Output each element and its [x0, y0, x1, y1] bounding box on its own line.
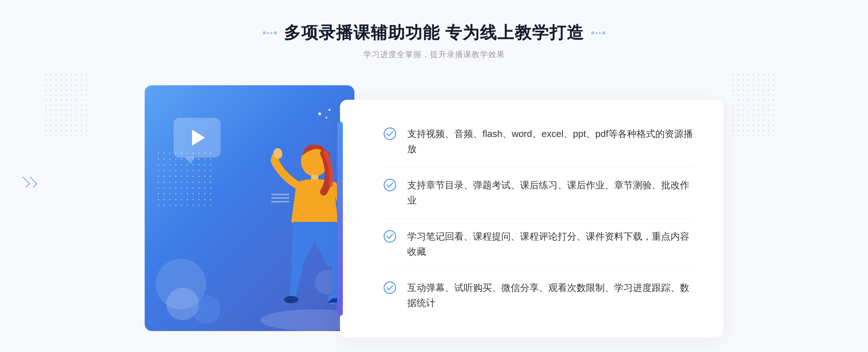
svg-point-6 — [384, 128, 396, 139]
decorator-dot — [263, 31, 266, 34]
decorator-left — [263, 31, 277, 34]
decorator-dot — [591, 31, 594, 34]
play-icon — [192, 130, 205, 146]
feature-text-3: 学习笔记回看、课程提问、课程评论打分、课件资料下载，重点内容收藏 — [407, 229, 694, 259]
decorator-dot — [599, 32, 601, 34]
illustration-card — [145, 85, 354, 331]
check-icon-2 — [383, 179, 396, 192]
header-section: 多项录播课辅助功能 专为线上教学打造 学习进度全掌握，提升录播课教学效果 — [263, 22, 605, 60]
dots-decoration-left — [43, 72, 87, 137]
dots-decoration-right — [731, 72, 774, 137]
decorator-right — [591, 31, 605, 34]
feature-item-2: 支持章节目录、弹题考试、课后练习、课后作业、章节测验、批改作业 — [383, 171, 694, 215]
sparkle-dot — [328, 109, 331, 111]
svg-point-7 — [384, 179, 396, 191]
decorator-dot — [602, 31, 605, 34]
sparkle-dot — [326, 117, 327, 119]
divider-1 — [383, 167, 694, 168]
blue-circle-deco-2 — [181, 291, 199, 309]
divider-3 — [383, 270, 694, 270]
header-decorators: 多项录播课辅助功能 专为线上教学打造 — [263, 22, 605, 44]
feature-item-3: 学习笔记回看、课程提问、课程评论打分、课件资料下载，重点内容收藏 — [383, 222, 694, 266]
features-card: 支持视频、音频、flash、word、excel、ppt、pdf等各种格式的资源… — [340, 100, 723, 338]
play-bubble — [174, 118, 221, 158]
accent-bar — [337, 121, 343, 316]
svg-point-4 — [284, 296, 298, 303]
svg-point-9 — [384, 282, 396, 293]
decorator-dot — [267, 32, 269, 34]
check-icon-3 — [383, 230, 396, 243]
main-title: 多项录播课辅助功能 专为线上教学打造 — [284, 22, 584, 44]
chevrons-decoration — [22, 177, 35, 187]
svg-point-8 — [384, 231, 396, 242]
feature-item-1: 支持视频、音频、flash、word、excel、ppt、pdf等各种格式的资源… — [383, 119, 694, 164]
main-content: 支持视频、音频、flash、word、excel、ppt、pdf等各种格式的资源… — [145, 78, 723, 338]
svg-point-2 — [273, 148, 282, 158]
check-icon-1 — [383, 127, 396, 140]
sparkle-dot — [318, 112, 321, 115]
feature-text-1: 支持视频、音频、flash、word、excel、ppt、pdf等各种格式的资源… — [407, 126, 694, 156]
divider-2 — [383, 218, 694, 219]
subtitle: 学习进度全掌握，提升录播课教学效果 — [263, 49, 605, 60]
feature-item-4: 互动弹幕、试听购买、微信分享、观看次数限制、学习进度跟踪、数据统计 — [383, 273, 694, 318]
decorator-dot — [274, 31, 277, 34]
page-container: 多项录播课辅助功能 专为线上教学打造 学习进度全掌握，提升录播课教学效果 — [0, 0, 868, 352]
human-figure — [231, 129, 354, 331]
decorator-dot — [271, 32, 272, 34]
decorator-dot — [596, 32, 597, 34]
check-icon-4 — [383, 281, 396, 294]
feature-text-4: 互动弹幕、试听购买、微信分享、观看次数限制、学习进度跟踪、数据统计 — [407, 280, 694, 310]
chevron-icon-2 — [26, 176, 37, 188]
feature-text-2: 支持章节目录、弹题考试、课后练习、课后作业、章节测验、批改作业 — [407, 178, 694, 208]
